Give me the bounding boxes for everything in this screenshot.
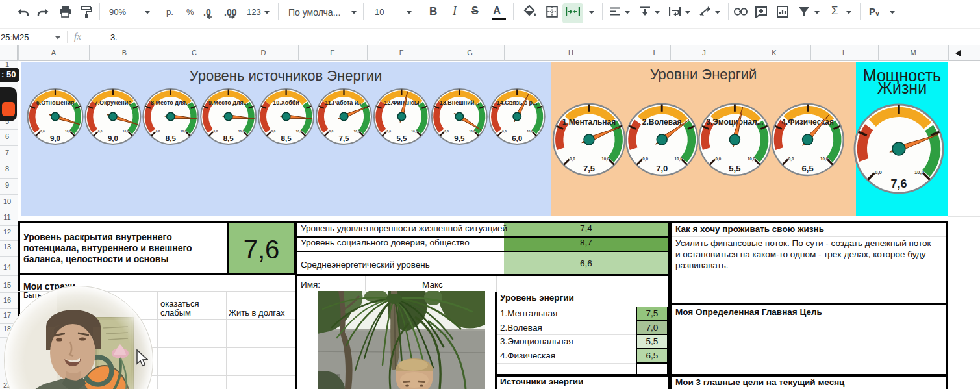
svg-text:0,0: 0,0 (642, 157, 648, 162)
svg-text:10,0: 10,0 (527, 130, 533, 133)
svg-text:5,5: 5,5 (729, 164, 740, 173)
svg-text:0,0: 0,0 (716, 157, 722, 162)
svg-text:0,0: 0,0 (570, 157, 575, 162)
svg-text:Уровни Энергий: Уровни Энергий (650, 66, 757, 82)
svg-text:2.Волевая: 2.Волевая (642, 118, 682, 127)
svg-text:9,0: 9,0 (50, 134, 60, 142)
svg-text:0,0: 0,0 (156, 130, 160, 133)
svg-text:10,0: 10,0 (469, 130, 475, 133)
svg-text:10,0: 10,0 (353, 130, 360, 133)
svg-text:8,5: 8,5 (166, 134, 177, 142)
svg-text:0,0: 0,0 (98, 130, 103, 133)
svg-text:0,0: 0,0 (271, 130, 275, 133)
svg-text:11.Работа и...: 11.Работа и... (325, 99, 363, 106)
svg-text:10,0: 10,0 (65, 130, 71, 133)
svg-text:14.Связь с р...: 14.Связь с р... (497, 99, 538, 106)
svg-text:9,0: 9,0 (108, 134, 118, 142)
svg-text:8,5: 8,5 (223, 134, 234, 142)
svg-text:Уровень источников Энергии: Уровень источников Энергии (190, 68, 383, 84)
svg-text:0,0: 0,0 (502, 130, 507, 133)
svg-text:9,5: 9,5 (454, 134, 465, 142)
svg-text:10,0: 10,0 (820, 157, 829, 162)
svg-text:0,0: 0,0 (875, 169, 883, 175)
svg-text:0,0: 0,0 (788, 157, 794, 162)
svg-text:10,0: 10,0 (748, 157, 756, 162)
svg-text:1.Ментальная: 1.Ментальная (562, 118, 616, 127)
svg-text:5,5: 5,5 (396, 134, 407, 142)
svg-text:6.Отношения: 6.Отношения (36, 99, 75, 106)
svg-text:10,0: 10,0 (411, 130, 418, 133)
svg-text:10,0: 10,0 (123, 130, 129, 133)
svg-text:3.Эмоционал...: 3.Эмоционал... (706, 118, 763, 127)
svg-text:0,0: 0,0 (329, 130, 333, 133)
svg-text:7.Окружение: 7.Окружение (95, 99, 132, 106)
svg-text:0,0: 0,0 (386, 130, 391, 133)
svg-text:0,0: 0,0 (214, 130, 218, 133)
svg-text:10,0: 10,0 (675, 157, 683, 162)
svg-text:8.Место для...: 8.Место для... (151, 99, 190, 106)
svg-text:10.Хобби: 10.Хобби (273, 99, 299, 106)
svg-text:0,0: 0,0 (40, 130, 45, 133)
svg-text:12.Финансы: 12.Финансы (384, 99, 420, 106)
svg-text:10,0: 10,0 (181, 130, 187, 133)
svg-text:8,5: 8,5 (281, 134, 292, 142)
svg-text:Жизни: Жизни (877, 79, 927, 97)
svg-text:7,5: 7,5 (339, 134, 350, 142)
svg-text:0,0: 0,0 (444, 130, 449, 133)
svg-text:10,0: 10,0 (238, 130, 245, 133)
svg-text:10,0: 10,0 (601, 157, 610, 162)
svg-text:10,0: 10,0 (914, 169, 925, 175)
svg-text:13.Внешний...: 13.Внешний... (440, 99, 479, 106)
svg-text:7,6: 7,6 (890, 177, 907, 190)
svg-text:10,0: 10,0 (296, 130, 303, 133)
svg-text:7,0: 7,0 (656, 164, 668, 173)
svg-text:7,5: 7,5 (583, 164, 595, 173)
svg-text:6,5: 6,5 (802, 164, 814, 173)
svg-text:9.Место для...: 9.Место для... (208, 99, 248, 106)
svg-text:6,0: 6,0 (512, 134, 522, 142)
